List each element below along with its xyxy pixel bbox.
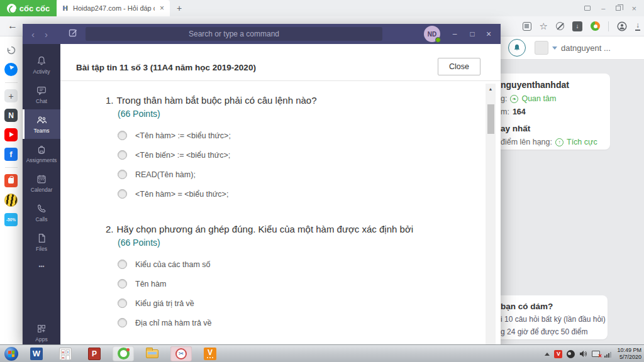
close-button[interactable]: × (479, 24, 498, 44)
downloads-icon[interactable]: ↓ (635, 21, 640, 31)
messenger-icon[interactable] (4, 63, 18, 76)
browser-tab-hoidap247[interactable]: H Hoidap247.com - Hỏi đáp on × (57, 0, 170, 16)
start-button[interactable] (4, 347, 18, 361)
facebook-icon[interactable]: f (4, 148, 18, 161)
taskbar-v-app[interactable]: V (199, 346, 221, 361)
bee-game-icon[interactable] (4, 194, 18, 207)
status-available-icon (435, 37, 441, 43)
nav-assignments[interactable]: Assignments (23, 139, 60, 168)
question-text: Trong thân hàm bắt buộc phải có câu lệnh… (117, 95, 317, 106)
minimize-icon[interactable]: – (601, 5, 605, 12)
adblock-icon[interactable] (556, 22, 564, 30)
taskbar-unikey[interactable]: uin (55, 346, 76, 361)
back-icon[interactable]: ← (8, 20, 18, 31)
taskbar-snipping-tool[interactable]: ✂ (170, 346, 192, 361)
nav-more[interactable]: ••• (23, 257, 60, 276)
answer-option[interactable]: <Tên hàm> = <biểu thức>; (118, 189, 484, 199)
nav-activity[interactable]: Activity (23, 50, 60, 80)
form-close-button[interactable]: Close (438, 58, 480, 75)
scissors-icon: ✂ (175, 348, 187, 359)
tray-expand-icon[interactable] (545, 353, 550, 356)
panel-icon[interactable] (584, 6, 591, 11)
compose-icon[interactable] (68, 28, 78, 40)
extension-icon[interactable] (523, 22, 531, 31)
answer-option[interactable]: Kiểu của các tham số (118, 260, 484, 269)
radio-icon[interactable] (118, 279, 127, 288)
network-error-icon[interactable] (592, 351, 600, 357)
add-shortcut-button[interactable]: + (4, 89, 18, 102)
v-app-dots (207, 357, 214, 359)
teams-window: ‹ › Search or type a command ND – □ × Ac… (23, 24, 501, 344)
tab-close-icon[interactable]: × (158, 4, 165, 13)
youtube-icon[interactable] (4, 128, 18, 141)
minimize-button[interactable]: – (445, 24, 464, 44)
new-tab-button[interactable]: + (170, 0, 189, 16)
taskbar-coccoc[interactable] (113, 346, 134, 361)
question-2: 2. Hãy chọn phương án ghép đúng. Kiểu củ… (106, 224, 484, 327)
taskbar-explorer[interactable] (142, 346, 163, 361)
scroll-up-icon[interactable]: ▲ (486, 84, 496, 91)
user-avatar[interactable]: ND (424, 26, 440, 42)
scrollbar-thumb[interactable] (487, 104, 494, 134)
answer-option[interactable]: <Tên biến> := <biểu thức>; (118, 150, 484, 160)
answer-option[interactable]: Địa chỉ mà hàm trả về (118, 318, 484, 327)
bookmark-star-icon[interactable]: ☆ (540, 21, 548, 31)
leaf-icon: ❧ (510, 95, 518, 103)
nav-forward-icon[interactable]: › (45, 30, 48, 39)
follow-link[interactable]: Quan tâm (521, 94, 556, 103)
question-points: (66 Points) (118, 238, 484, 248)
nav-files[interactable]: Files (23, 228, 60, 257)
browser-side-rail: + N f -50% (0, 36, 23, 344)
tray-app-icon[interactable] (567, 350, 575, 358)
account-label: datnguyent ... (561, 43, 611, 53)
radio-icon[interactable] (118, 131, 127, 140)
taskbar: W uin P ✂ V V (0, 344, 644, 362)
account-menu[interactable]: datnguyent ... (535, 41, 611, 55)
signal-bars-icon[interactable] (604, 351, 611, 358)
download-manager-icon[interactable]: ↓ (572, 21, 582, 31)
radio-icon[interactable] (118, 170, 127, 179)
nav-calendar[interactable]: Calendar (23, 168, 60, 198)
answer-option[interactable]: READ(Tên hàm); (118, 170, 484, 179)
speaker-icon[interactable] (579, 350, 587, 358)
nav-chat[interactable]: Chat (23, 80, 60, 109)
scrollbar[interactable]: ▲ (486, 84, 496, 344)
nav-label: Teams (33, 128, 49, 134)
radio-icon[interactable] (118, 189, 127, 199)
notes-icon[interactable]: N (4, 109, 18, 122)
profile-icon[interactable] (617, 21, 627, 31)
option-label: Địa chỉ mà hàm trả về (135, 319, 212, 327)
option-label: <Tên hàm> := <biểu thức>; (135, 131, 231, 140)
radio-icon[interactable] (118, 150, 127, 160)
shopee-icon[interactable] (4, 174, 18, 187)
brand-label: cốc cốc (19, 4, 50, 13)
radio-icon[interactable] (118, 260, 127, 269)
nav-calls[interactable]: Calls (23, 198, 60, 228)
nav-label: Assignments (26, 157, 57, 163)
clock[interactable]: 10:49 PM 5/7/2020 (616, 347, 641, 361)
close-icon[interactable]: × (631, 4, 636, 13)
taskbar-powerpoint[interactable]: P (84, 346, 105, 361)
tray-v-icon[interactable]: V (554, 350, 562, 358)
nav-apps[interactable]: Apps (23, 321, 60, 344)
hoidap247-favicon-icon: H (61, 4, 69, 13)
answer-option[interactable]: Tên hàm (118, 279, 484, 288)
nav-back-icon[interactable]: ‹ (31, 30, 35, 39)
answer-option[interactable]: Kiểu giá trị trả về (118, 299, 484, 308)
nav-teams[interactable]: Teams (23, 109, 60, 139)
radio-icon[interactable] (118, 318, 127, 327)
teams-people-icon (36, 114, 47, 126)
restore-icon[interactable] (616, 6, 621, 11)
coccoc-brand[interactable]: cốc cốc (0, 0, 57, 16)
teams-titlebar[interactable]: ‹ › Search or type a command ND – □ × (23, 24, 501, 44)
notification-bell-icon[interactable] (508, 39, 526, 57)
coccoc-extension-icon[interactable] (591, 21, 600, 31)
taskbar-word[interactable]: W (26, 346, 47, 361)
radio-icon[interactable] (118, 299, 127, 308)
search-input[interactable]: Search or type a command (86, 27, 382, 41)
folder-icon (146, 349, 158, 358)
deals-icon[interactable]: -50% (4, 213, 18, 226)
answer-option[interactable]: <Tên hàm> := <biểu thức>; (118, 131, 484, 140)
rank-link[interactable]: Tích cực (567, 138, 597, 146)
history-icon[interactable] (4, 43, 18, 57)
